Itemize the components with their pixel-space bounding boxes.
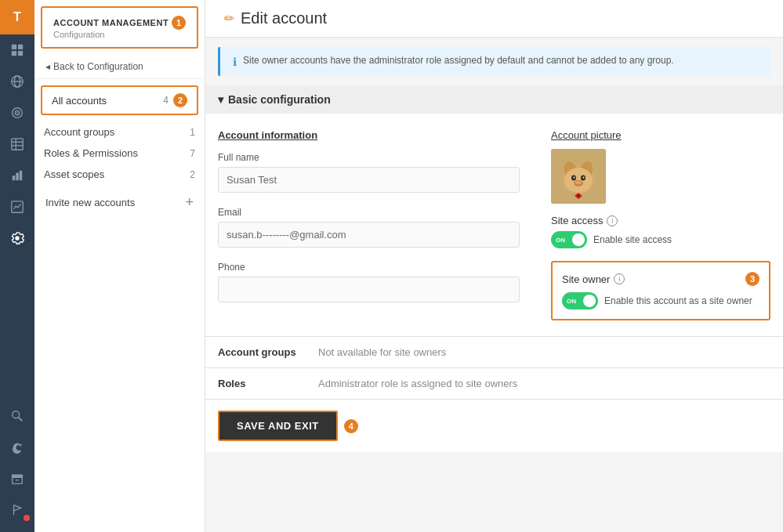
svg-point-31 xyxy=(574,177,575,179)
flag-icon[interactable] xyxy=(0,494,34,526)
globe-icon[interactable] xyxy=(0,66,34,97)
save-section: SAVE AND EXIT 4 xyxy=(205,399,783,452)
svg-rect-16 xyxy=(20,171,23,181)
section-title: Basic configuration xyxy=(228,93,331,106)
email-label: Email xyxy=(218,207,520,218)
chevron-left-icon: ◂ xyxy=(45,61,50,72)
sidebar-badge-1: 1 xyxy=(172,16,186,30)
site-owner-toggle-row: ON Enable this account as a site owner xyxy=(562,292,759,309)
sidebar-subitems: Account groups 1 Roles & Permissions 7 A… xyxy=(34,121,205,185)
analytics-icon[interactable] xyxy=(0,191,34,223)
all-accounts-count: 4 xyxy=(163,95,169,106)
invite-new-accounts-row[interactable]: Invite new accounts + xyxy=(34,188,205,217)
roles-row: Roles Administrator role is assigned to … xyxy=(205,367,783,399)
site-owner-badge: 3 xyxy=(745,272,759,286)
svg-point-35 xyxy=(577,194,580,197)
account-picture[interactable] xyxy=(551,149,606,204)
save-badge: 4 xyxy=(344,419,358,433)
roles-permissions-count: 7 xyxy=(190,148,195,159)
back-to-configuration-button[interactable]: ◂ Back to Configuration xyxy=(34,55,205,79)
sidebar-header: ACCOUNT MANAGEMENT 1 Configuration xyxy=(41,6,198,49)
archive-icon[interactable] xyxy=(0,463,34,494)
search-icon[interactable] xyxy=(0,400,34,432)
tracking-icon[interactable] xyxy=(0,97,34,128)
phone-input[interactable] xyxy=(218,277,520,302)
site-access-info-icon[interactable]: i xyxy=(607,215,618,226)
page-title: Edit account xyxy=(241,9,327,27)
email-field-group: Email xyxy=(218,207,520,248)
roles-permissions-label: Roles & Permissions xyxy=(44,147,138,159)
account-picture-label: Account picture xyxy=(551,129,770,141)
asset-scopes-label: Asset scopes xyxy=(44,168,104,180)
site-access-toggle-row: ON Enable site access xyxy=(551,231,770,248)
svg-rect-15 xyxy=(16,172,19,180)
notification-dot xyxy=(24,515,30,521)
section-header[interactable]: ▾ Basic configuration xyxy=(205,85,783,114)
account-info-label: Account information xyxy=(218,129,520,141)
chart-icon[interactable] xyxy=(0,160,34,191)
svg-rect-0 xyxy=(12,45,16,49)
account-groups-count: 1 xyxy=(190,127,195,138)
info-banner-text: Site owner accounts have the administrat… xyxy=(243,55,674,66)
email-input[interactable] xyxy=(218,222,520,248)
all-accounts-item[interactable]: All accounts 4 2 xyxy=(42,87,197,114)
table-icon[interactable] xyxy=(0,128,34,160)
phone-label: Phone xyxy=(218,262,520,273)
site-owner-label: Site owner i 3 xyxy=(562,272,759,286)
account-groups-label: Account groups xyxy=(218,346,312,358)
site-owner-info-icon[interactable]: i xyxy=(614,273,625,284)
content-area: ℹ Site owner accounts have the administr… xyxy=(205,38,783,532)
settings-icon[interactable] xyxy=(0,223,34,254)
site-owner-toggle[interactable]: ON xyxy=(562,292,598,309)
svg-point-34 xyxy=(575,181,582,184)
invite-label: Invite new accounts xyxy=(45,197,135,208)
full-name-field-group: Full name xyxy=(218,152,520,193)
page-header: ✏ Edit account xyxy=(205,0,783,38)
edit-icon: ✏ xyxy=(224,11,234,26)
info-icon: ℹ xyxy=(233,56,237,68)
account-groups-label: Account groups xyxy=(44,126,114,138)
user-avatar[interactable]: T xyxy=(0,0,34,34)
svg-line-19 xyxy=(19,418,23,422)
site-access-label: Site access i xyxy=(551,215,770,226)
sidebar-title: ACCOUNT MANAGEMENT xyxy=(53,18,169,27)
save-and-exit-button[interactable]: SAVE AND EXIT xyxy=(218,411,338,441)
full-name-label: Full name xyxy=(218,152,520,163)
all-accounts-label: All accounts xyxy=(52,95,107,107)
basic-configuration-section: ▾ Basic configuration Account informatio… xyxy=(205,85,783,452)
site-access-toggle-label: Enable site access xyxy=(593,234,672,245)
add-account-icon[interactable]: + xyxy=(185,194,194,211)
account-groups-row: Account groups Not available for site ow… xyxy=(205,336,783,367)
info-banner: ℹ Site owner accounts have the administr… xyxy=(218,47,770,76)
sidebar-item-roles-permissions[interactable]: Roles & Permissions 7 xyxy=(34,143,205,164)
icon-bar: T xyxy=(0,0,34,532)
site-owner-box: Site owner i 3 ON xyxy=(551,261,770,320)
svg-point-32 xyxy=(583,177,585,179)
svg-rect-3 xyxy=(18,51,23,56)
asset-scopes-count: 2 xyxy=(190,169,195,180)
main-content: ✏ Edit account ℹ Site owner accounts hav… xyxy=(205,0,783,532)
sidebar-item-account-groups[interactable]: Account groups 1 xyxy=(34,121,205,143)
site-access-toggle[interactable]: ON xyxy=(551,231,587,248)
account-groups-value: Not available for site owners xyxy=(318,346,446,358)
roles-value: Administrator role is assigned to site o… xyxy=(318,378,517,389)
svg-rect-10 xyxy=(12,139,23,150)
svg-rect-2 xyxy=(12,51,16,56)
phone-field-group: Phone xyxy=(218,262,520,302)
svg-rect-1 xyxy=(18,45,23,49)
full-name-input[interactable] xyxy=(218,167,520,193)
right-col: Account picture xyxy=(551,129,770,320)
account-info-col: Account information Full name Email Phon… xyxy=(218,129,520,320)
chevron-down-icon: ▾ xyxy=(218,93,223,106)
site-owner-toggle-label: Enable this account as a site owner xyxy=(604,295,752,306)
site-access-section: Site access i ON Enable s xyxy=(551,215,770,248)
svg-point-9 xyxy=(16,112,18,114)
sidebar-subtitle: Configuration xyxy=(53,30,186,39)
svg-point-18 xyxy=(13,411,20,418)
svg-rect-14 xyxy=(13,176,16,180)
refresh-icon[interactable] xyxy=(0,432,34,463)
sidebar-badge-2: 2 xyxy=(173,93,187,107)
roles-label: Roles xyxy=(218,378,312,389)
sidebar-item-asset-scopes[interactable]: Asset scopes 2 xyxy=(34,164,205,185)
dashboard-icon[interactable] xyxy=(0,34,34,66)
